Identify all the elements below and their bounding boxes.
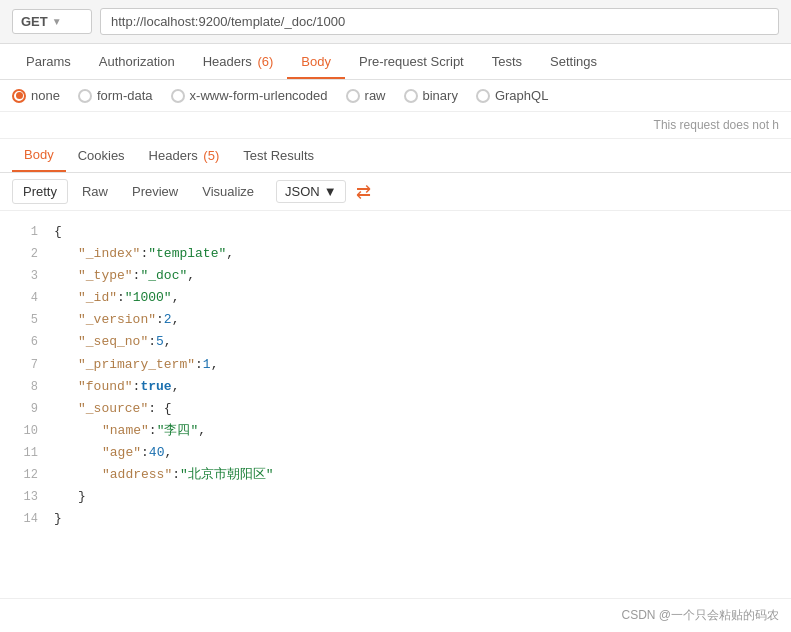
json-key-seq-no: "_seq_no"	[78, 331, 148, 353]
json-line-12: 12 "address" : "北京市朝阳区"	[0, 464, 791, 486]
json-val-version: 2	[164, 309, 172, 331]
json-line-8: 8 "found" : true ,	[0, 376, 791, 398]
tab-pre-request[interactable]: Pre-request Script	[345, 44, 478, 79]
method-dropdown[interactable]: GET ▼	[12, 9, 92, 34]
json-key-found: "found"	[78, 376, 133, 398]
format-type-label: JSON	[285, 184, 320, 199]
json-key-index: "_index"	[78, 243, 140, 265]
format-visualize-btn[interactable]: Visualize	[192, 180, 264, 203]
json-val-type: "_doc"	[140, 265, 187, 287]
json-val-age: 40	[149, 442, 165, 464]
body-type-row: none form-data x-www-form-urlencoded raw…	[0, 80, 791, 112]
response-tab-test-results[interactable]: Test Results	[231, 140, 326, 171]
tab-authorization[interactable]: Authorization	[85, 44, 189, 79]
line-num-10: 10	[8, 421, 38, 441]
radio-graphql[interactable]: GraphQL	[476, 88, 548, 103]
radio-form-data[interactable]: form-data	[78, 88, 153, 103]
json-line-4: 4 "_id" : "1000" ,	[0, 287, 791, 309]
tab-params[interactable]: Params	[12, 44, 85, 79]
json-key-name: "name"	[102, 420, 149, 442]
json-key-address: "address"	[102, 464, 172, 486]
json-key-type: "_type"	[78, 265, 133, 287]
json-val-seq-no: 5	[156, 331, 164, 353]
json-viewer: 1 { 2 "_index" : "template" , 3 "_type" …	[0, 211, 791, 540]
json-line-2: 2 "_index" : "template" ,	[0, 243, 791, 265]
radio-raw-label: raw	[365, 88, 386, 103]
tab-tests[interactable]: Tests	[478, 44, 536, 79]
line-num-7: 7	[8, 355, 38, 375]
radio-raw[interactable]: raw	[346, 88, 386, 103]
json-key-source: "_source"	[78, 398, 148, 420]
json-line-14: 14 }	[0, 508, 791, 530]
line-num-12: 12	[8, 465, 38, 485]
json-line-3: 3 "_type" : "_doc" ,	[0, 265, 791, 287]
tab-headers[interactable]: Headers (6)	[189, 44, 288, 79]
json-line-7: 7 "_primary_term" : 1 ,	[0, 354, 791, 376]
json-line-1: 1 {	[0, 221, 791, 243]
main-container: GET ▼ Params Authorization Headers (6) B…	[0, 0, 791, 632]
json-val-id: "1000"	[125, 287, 172, 309]
json-line-9: 9 "_source" : {	[0, 398, 791, 420]
json-line-13: 13 }	[0, 486, 791, 508]
json-key-age: "age"	[102, 442, 141, 464]
line-num-5: 5	[8, 310, 38, 330]
json-key-primary-term: "_primary_term"	[78, 354, 195, 376]
url-bar: GET ▼	[0, 0, 791, 44]
radio-graphql-circle	[476, 89, 490, 103]
response-tab-body[interactable]: Body	[12, 139, 66, 172]
info-bar: This request does not h	[0, 112, 791, 139]
footer-text: CSDN @一个只会粘贴的码农	[621, 608, 779, 622]
radio-urlencoded-label: x-www-form-urlencoded	[190, 88, 328, 103]
line-num-3: 3	[8, 266, 38, 286]
json-val-found: true	[140, 376, 171, 398]
radio-none[interactable]: none	[12, 88, 60, 103]
format-type-select[interactable]: JSON ▼	[276, 180, 346, 203]
line-num-13: 13	[8, 487, 38, 507]
radio-none-label: none	[31, 88, 60, 103]
line-num-9: 9	[8, 399, 38, 419]
line-num-11: 11	[8, 443, 38, 463]
radio-graphql-label: GraphQL	[495, 88, 548, 103]
line-num-6: 6	[8, 332, 38, 352]
radio-binary[interactable]: binary	[404, 88, 458, 103]
json-val-primary-term: 1	[203, 354, 211, 376]
response-tabs: Body Cookies Headers (5) Test Results	[0, 139, 791, 173]
response-tab-headers[interactable]: Headers (5)	[137, 140, 232, 171]
method-label: GET	[21, 14, 48, 29]
json-line-5: 5 "_version" : 2 ,	[0, 309, 791, 331]
json-open-brace: {	[54, 221, 62, 243]
format-raw-btn[interactable]: Raw	[72, 180, 118, 203]
radio-binary-circle	[404, 89, 418, 103]
radio-none-circle	[12, 89, 26, 103]
json-key-version: "_version"	[78, 309, 156, 331]
radio-form-data-label: form-data	[97, 88, 153, 103]
json-val-index: "template"	[148, 243, 226, 265]
wrap-icon[interactable]: ⇄	[356, 181, 371, 203]
json-val-address: "北京市朝阳区"	[180, 464, 274, 486]
radio-form-data-circle	[78, 89, 92, 103]
format-pretty-btn[interactable]: Pretty	[12, 179, 68, 204]
line-num-2: 2	[8, 244, 38, 264]
json-close-brace: }	[54, 508, 62, 530]
method-chevron-icon: ▼	[52, 16, 62, 27]
response-tab-cookies[interactable]: Cookies	[66, 140, 137, 171]
format-preview-btn[interactable]: Preview	[122, 180, 188, 203]
radio-binary-label: binary	[423, 88, 458, 103]
format-type-chevron-icon: ▼	[324, 184, 337, 199]
json-line-6: 6 "_seq_no" : 5 ,	[0, 331, 791, 353]
tab-body[interactable]: Body	[287, 44, 345, 79]
line-num-14: 14	[8, 509, 38, 529]
tab-settings[interactable]: Settings	[536, 44, 611, 79]
info-text: This request does not h	[654, 118, 779, 132]
line-num-8: 8	[8, 377, 38, 397]
radio-urlencoded[interactable]: x-www-form-urlencoded	[171, 88, 328, 103]
radio-raw-circle	[346, 89, 360, 103]
json-inner-close-brace: }	[78, 486, 86, 508]
json-key-id: "_id"	[78, 287, 117, 309]
top-tabs: Params Authorization Headers (6) Body Pr…	[0, 44, 791, 80]
json-val-name: "李四"	[157, 420, 199, 442]
format-bar: Pretty Raw Preview Visualize JSON ▼ ⇄	[0, 173, 791, 211]
json-line-10: 10 "name" : "李四" ,	[0, 420, 791, 442]
url-input[interactable]	[100, 8, 779, 35]
json-line-11: 11 "age" : 40 ,	[0, 442, 791, 464]
